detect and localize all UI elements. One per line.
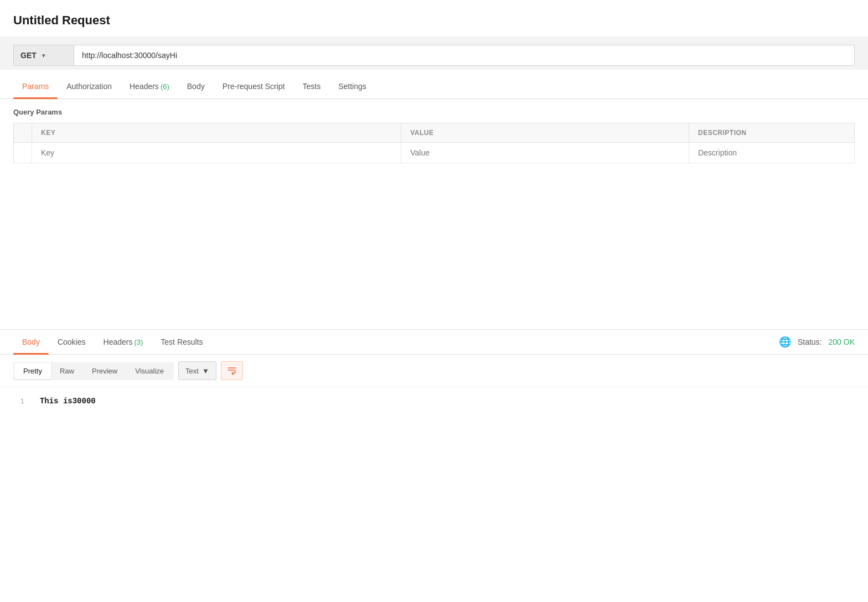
- format-tab-visualize[interactable]: Visualize: [126, 363, 173, 379]
- globe-icon[interactable]: 🌐: [779, 336, 791, 348]
- response-tab-cookies[interactable]: Cookies: [49, 330, 95, 354]
- empty-space: [0, 163, 868, 329]
- response-tabs-right: 🌐 Status: 200 OK: [779, 336, 855, 348]
- text-dropdown-arrow: ▼: [202, 367, 209, 375]
- response-format-bar: Pretty Raw Preview Visualize Text ▼: [0, 355, 868, 387]
- response-section: Body Cookies Headers(3) Test Results 🌐 S…: [0, 329, 868, 414]
- tab-body[interactable]: Body: [178, 74, 214, 98]
- method-label: GET: [20, 51, 37, 60]
- tab-params[interactable]: Params: [13, 74, 58, 98]
- table-row-empty: [14, 143, 855, 163]
- row-checkbox: [14, 143, 32, 163]
- status-label: Status:: [798, 338, 822, 346]
- url-bar-area: GET ▼: [0, 37, 868, 70]
- request-tabs-area: Params Authorization Headers(6) Body Pre…: [0, 74, 868, 99]
- value-input[interactable]: [410, 148, 680, 157]
- response-tab-body[interactable]: Body: [13, 330, 49, 354]
- query-params-section: Query Params KEY VALUE DESCRIPTION: [0, 99, 868, 163]
- format-tab-raw[interactable]: Raw: [51, 363, 83, 379]
- row-value-placeholder[interactable]: [401, 143, 689, 163]
- col-value: VALUE: [401, 123, 689, 143]
- format-tab-pretty[interactable]: Pretty: [14, 363, 51, 379]
- tab-authorization[interactable]: Authorization: [58, 74, 121, 98]
- method-dropdown[interactable]: GET ▼: [13, 45, 74, 66]
- text-type-dropdown[interactable]: Text ▼: [178, 361, 216, 380]
- col-key: KEY: [32, 123, 401, 143]
- response-headers-badge: (3): [134, 338, 143, 346]
- response-body: 1 This is30000: [0, 387, 868, 414]
- status-value: 200 OK: [829, 338, 855, 346]
- format-tabs: Pretty Raw Preview Visualize: [13, 362, 174, 380]
- wrap-icon: [227, 366, 237, 376]
- response-tabs-left: Body Cookies Headers(3) Test Results: [13, 330, 212, 354]
- format-tab-preview[interactable]: Preview: [83, 363, 126, 379]
- row-desc-placeholder[interactable]: [689, 143, 854, 163]
- response-tab-test-results[interactable]: Test Results: [152, 330, 211, 354]
- response-tabs-area: Body Cookies Headers(3) Test Results 🌐 S…: [0, 330, 868, 355]
- tab-settings[interactable]: Settings: [329, 74, 375, 98]
- url-input[interactable]: [74, 45, 855, 66]
- col-checkbox: [14, 123, 32, 143]
- key-input[interactable]: [41, 148, 392, 157]
- response-tab-headers[interactable]: Headers(3): [95, 330, 152, 354]
- desc-input[interactable]: [698, 148, 845, 157]
- wrap-button[interactable]: [221, 361, 243, 380]
- tab-headers[interactable]: Headers(6): [121, 74, 178, 98]
- headers-badge: (6): [161, 82, 169, 91]
- response-content: This is30000: [40, 397, 96, 406]
- params-table: KEY VALUE DESCRIPTION: [13, 123, 855, 163]
- line-number: 1: [13, 397, 24, 406]
- tab-tests[interactable]: Tests: [294, 74, 330, 98]
- page-title: Untitled Request: [13, 13, 855, 28]
- row-key-placeholder[interactable]: [32, 143, 401, 163]
- page-title-area: Untitled Request: [0, 0, 868, 37]
- tab-pre-request-script[interactable]: Pre-request Script: [214, 74, 294, 98]
- col-description: DESCRIPTION: [689, 123, 854, 143]
- method-dropdown-arrow: ▼: [41, 53, 46, 59]
- query-params-title: Query Params: [13, 108, 855, 116]
